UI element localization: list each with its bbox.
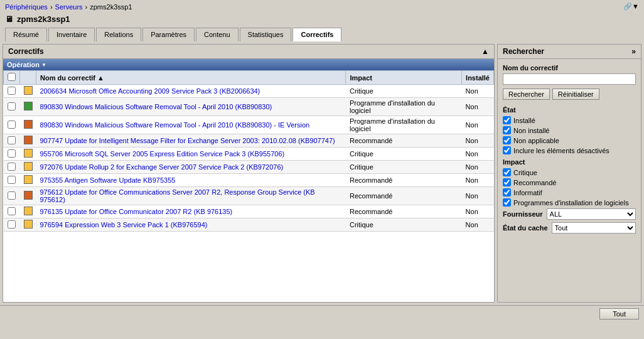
table-row: 907747 Update for Intelligent Message Fi… — [4, 134, 494, 148]
row-checkbox-cell — [4, 85, 20, 98]
impact-recommande-label: Recommandé — [513, 179, 556, 186]
tab-bar: Résumé Inventaire Relations Paramètres C… — [0, 25, 644, 41]
breadcrumb-peripheriques[interactable]: Périphériques — [5, 3, 48, 11]
col-installed: Installé — [462, 71, 494, 85]
row-checkbox[interactable] — [8, 176, 16, 184]
impact-critique-checkbox[interactable] — [503, 168, 511, 176]
device-title-bar: 🖥 zpms2k3ssp1 — [0, 13, 644, 25]
etat-non-applicable-checkbox[interactable] — [503, 136, 511, 144]
patch-icon — [24, 220, 33, 229]
etat-non-installe-label: Non installé — [513, 127, 549, 134]
impact-section-title: Impact — [503, 158, 636, 166]
row-checkbox[interactable] — [8, 207, 16, 215]
impact-informatif-checkbox[interactable] — [503, 188, 511, 196]
top-icons: 🔗▼ — [623, 3, 639, 11]
row-impact-cell: Programme d'installation du logiciel — [346, 116, 462, 134]
row-impact-cell: Recommandé — [346, 205, 462, 218]
table-row: 975612 Update for Office Communications … — [4, 187, 494, 205]
etat-inclure-desactives-row: Inclure les éléments désactivés — [503, 146, 636, 154]
breadcrumb-serveurs[interactable]: Serveurs — [55, 3, 83, 11]
row-installed-cell: Non — [462, 98, 494, 116]
row-checkbox[interactable] — [8, 163, 16, 171]
panel-title: Correctifs — [8, 47, 44, 56]
patch-link[interactable]: 972076 Update Rollup 2 for Exchange Serv… — [40, 163, 284, 171]
impact-informatif-label: Informatif — [513, 189, 542, 196]
toolbar: Opération ▼ — [3, 59, 494, 70]
etat-cache-label: État du cache — [503, 224, 548, 232]
row-installed-cell: Non — [462, 205, 494, 218]
col-name[interactable]: Nom du correctif ▲ — [36, 71, 346, 85]
row-icon-cell — [20, 134, 36, 148]
row-name-cell: 2006634 Microsoft Office Accounting 2009… — [36, 85, 346, 98]
patch-icon — [24, 149, 33, 158]
select-all-checkbox[interactable] — [8, 73, 16, 81]
table-row: 976135 Update for Office Communicator 20… — [4, 205, 494, 218]
row-checkbox[interactable] — [8, 136, 16, 144]
row-checkbox[interactable] — [8, 87, 16, 95]
bottom-bar: Tout — [0, 305, 644, 322]
etat-installe-label: Installé — [513, 117, 535, 124]
impact-logiciels-row: Programmes d'installation de logiciels — [503, 198, 636, 207]
correctif-name-input[interactable] — [503, 73, 636, 85]
patch-icon — [24, 86, 33, 95]
impact-critique-label: Critique — [513, 169, 537, 176]
row-checkbox[interactable] — [8, 191, 16, 200]
tab-correctifs[interactable]: Correctifs — [292, 28, 341, 41]
patch-icon — [24, 162, 33, 171]
tab-statistiques[interactable]: Statistiques — [240, 28, 292, 41]
tab-resume[interactable]: Résumé — [5, 28, 47, 41]
patch-link[interactable]: 955706 Microsoft SQL Server 2005 Express… — [40, 150, 285, 158]
patch-link[interactable]: 907747 Update for Intelligent Message Fi… — [40, 137, 335, 144]
row-name-cell: 955706 Microsoft SQL Server 2005 Express… — [36, 148, 346, 161]
main-area: Correctifs ▲ Opération ▼ Nom du correcti… — [0, 41, 644, 305]
table-row: 972076 Update Rollup 2 for Exchange Serv… — [4, 161, 494, 174]
patch-link[interactable]: 976594 Expression Web 3 Service Pack 1 (… — [40, 221, 208, 229]
row-name-cell: 890830 Windows Malicious Software Remova… — [36, 116, 346, 134]
row-icon-cell — [20, 148, 36, 161]
tout-button[interactable]: Tout — [599, 308, 639, 320]
patch-link[interactable]: 975612 Update for Office Communications … — [40, 188, 315, 203]
patch-link[interactable]: 890830 Windows Malicious Software Remova… — [40, 103, 272, 110]
row-checkbox[interactable] — [8, 149, 16, 158]
row-installed-cell: Non — [462, 161, 494, 174]
tab-relations[interactable]: Relations — [96, 28, 141, 41]
row-checkbox[interactable] — [8, 220, 16, 229]
etat-inclure-desactives-checkbox[interactable] — [503, 146, 511, 154]
impact-recommande-checkbox[interactable] — [503, 178, 511, 186]
row-impact-cell: Critique — [346, 85, 462, 98]
impact-logiciels-checkbox[interactable] — [503, 198, 511, 207]
correctif-name-label: Nom du correctif — [503, 64, 636, 72]
search-panel: Rechercher » Nom du correctif Rechercher… — [497, 44, 641, 303]
panel-collapse-icon[interactable]: ▲ — [481, 47, 489, 56]
panel-header: Correctifs ▲ — [3, 45, 494, 59]
etat-cache-select[interactable]: Tout — [552, 222, 636, 234]
reset-button[interactable]: Réinitialiser — [552, 89, 599, 100]
etat-non-installe-checkbox[interactable] — [503, 126, 511, 134]
row-icon-cell — [20, 174, 36, 187]
impact-critique-row: Critique — [503, 168, 636, 176]
fournisseur-row: Fournisseur ALL — [503, 208, 636, 220]
row-impact-cell: Recommandé — [346, 174, 462, 187]
row-checkbox[interactable] — [8, 121, 16, 129]
table-row: 2006634 Microsoft Office Accounting 2009… — [4, 85, 494, 98]
search-panel-expand-icon[interactable]: » — [631, 47, 636, 56]
tab-inventaire[interactable]: Inventaire — [48, 28, 95, 41]
row-name-cell: 975355 Antigen Software Update KB975355 — [36, 174, 346, 187]
patch-link[interactable]: 975355 Antigen Software Update KB975355 — [40, 176, 176, 184]
tab-parametres[interactable]: Paramètres — [142, 28, 195, 41]
search-button[interactable]: Rechercher — [503, 89, 550, 100]
etat-section-title: État — [503, 106, 636, 114]
tab-contenu[interactable]: Contenu — [196, 28, 239, 41]
fournisseur-select[interactable]: ALL — [547, 208, 636, 220]
patch-link[interactable]: 890830 Windows Malicious Software Remova… — [40, 121, 310, 129]
row-checkbox-cell — [4, 174, 20, 187]
etat-installe-checkbox[interactable] — [503, 116, 511, 124]
row-checkbox[interactable] — [8, 102, 16, 110]
patch-link[interactable]: 976135 Update for Office Communicator 20… — [40, 208, 233, 215]
row-checkbox-cell — [4, 148, 20, 161]
etat-non-applicable-label: Non applicable — [513, 137, 559, 144]
operation-button[interactable]: Opération ▼ — [7, 61, 46, 68]
row-icon-cell — [20, 205, 36, 218]
patch-link[interactable]: 2006634 Microsoft Office Accounting 2009… — [40, 87, 260, 95]
row-icon-cell — [20, 85, 36, 98]
